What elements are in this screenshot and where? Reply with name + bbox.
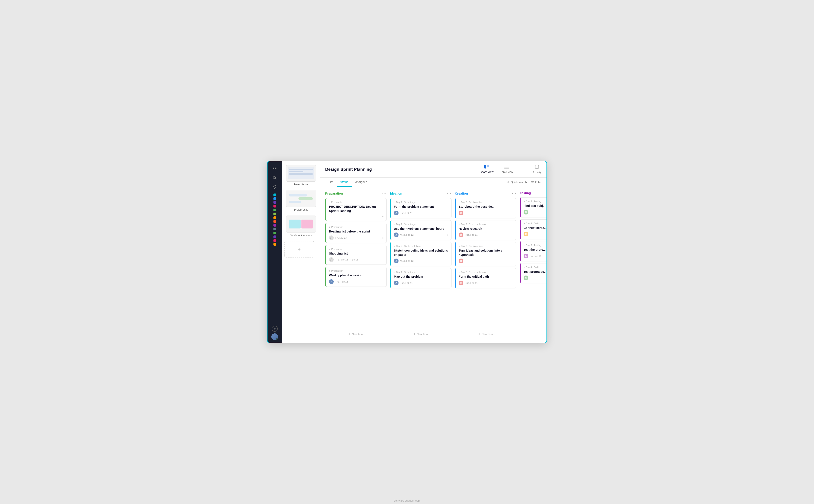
card-title: Find test subj... xyxy=(524,204,546,208)
table-row[interactable]: ≡ Day 5 | Testing Test the proto... user… xyxy=(520,241,546,261)
project-chat-thumb xyxy=(286,190,316,207)
svg-line-5 xyxy=(275,178,276,180)
quick-search-label: Quick search xyxy=(511,181,527,184)
table-row[interactable]: ≡ Day 1 | Set a target Form the problem … xyxy=(390,198,452,218)
card-footer: Fri, Mar 13 ≡ xyxy=(329,235,383,240)
tab-status[interactable]: Status xyxy=(337,178,352,187)
main-content: Design Sprint Planning ··· Board view xyxy=(320,161,546,343)
table-view-button[interactable]: Table view xyxy=(500,165,513,174)
activity-label: Activity xyxy=(533,171,541,174)
cards-creation: ≡ Day 3 | Decision time Storyboard the b… xyxy=(455,198,516,329)
card-footer: A Wed, Feb 12 xyxy=(394,259,448,263)
new-task-label: New task xyxy=(352,333,363,336)
add-icon[interactable]: + xyxy=(272,326,278,332)
table-row[interactable]: ≡ Day 4 | Build Test prototype... C xyxy=(520,263,546,283)
card-tag: ≡ Day 2 | Sketch solutions xyxy=(459,271,513,273)
card-tag: ≡ Preparation xyxy=(329,201,383,203)
filter-button[interactable]: Filter xyxy=(531,181,541,184)
column-menu-ideation[interactable]: ··· xyxy=(447,191,452,196)
card-tag: ≡ Preparation xyxy=(329,226,383,228)
board-area: Preparation ··· ≡ Preparation PROJECT DE… xyxy=(320,187,546,343)
table-row[interactable]: ≡ Preparation Weekly plan discussion A T… xyxy=(325,267,387,287)
avatar: A xyxy=(394,259,399,263)
card-tag: ≡ Day 4 | Build xyxy=(524,222,546,225)
card-date: Wed, Feb 12 xyxy=(400,234,414,236)
column-menu-creation[interactable]: ··· xyxy=(512,191,516,196)
card-footer: A Thu, Feb 13 xyxy=(329,279,383,284)
svg-rect-14 xyxy=(535,165,539,168)
avatar: C xyxy=(524,210,528,214)
table-row[interactable]: ≡ Preparation Reading list before the sp… xyxy=(325,223,387,243)
card-footer: B xyxy=(459,211,513,215)
column-creation: Creation ··· ≡ Day 3 | Decision time Sto… xyxy=(455,191,516,338)
table-row[interactable]: ≡ Day 1 | Set a target Map out the probl… xyxy=(390,268,452,288)
table-row[interactable]: ≡ Day 3 | Decision time Storyboard the b… xyxy=(455,198,516,218)
table-row[interactable]: ≡ Day 2 | Sketch solutions Review resear… xyxy=(455,220,516,240)
left-panel: Project tasks Project chat Collaboration… xyxy=(282,161,320,343)
card-title: Reading list before the sprint xyxy=(329,230,383,234)
svg-rect-1 xyxy=(273,168,274,169)
collaboration-space-item[interactable]: Collaboration space xyxy=(284,216,317,237)
tab-list[interactable]: List xyxy=(325,178,337,187)
card-title: Storyboard the best idea xyxy=(459,205,513,209)
column-menu-preparation[interactable]: ··· xyxy=(382,191,387,196)
svg-rect-10 xyxy=(504,165,509,165)
activity-button[interactable]: Activity xyxy=(533,165,541,174)
board-view-icon xyxy=(484,165,489,170)
card-title: Review research xyxy=(459,227,513,231)
card-date: Tue, Feb 11 xyxy=(465,234,478,236)
card-menu-icon: ≡ xyxy=(382,236,383,239)
user-avatar[interactable] xyxy=(271,333,278,340)
quick-search-button[interactable]: Quick search xyxy=(506,181,527,184)
table-row[interactable]: ≡ Preparation Shopping list Thu, Mar 12 … xyxy=(325,245,387,265)
subtask-count: ≡ ⤵ 0/11 xyxy=(350,258,358,261)
sidebar: + xyxy=(268,161,282,343)
new-task-button-ideation[interactable]: + New task xyxy=(390,330,452,338)
filter-label: Filter xyxy=(535,181,541,184)
table-row[interactable]: ≡ Day 3 | Decision time Turn ideas and s… xyxy=(455,242,516,266)
title-menu-icon[interactable]: ··· xyxy=(374,167,378,172)
new-task-button-creation[interactable]: + New task xyxy=(455,330,516,338)
project-chat-item[interactable]: Project chat xyxy=(284,190,317,211)
card-tag: ≡ Day 5 | Testing xyxy=(524,244,546,246)
card-footer: E Fri, Feb 14 xyxy=(524,254,546,258)
table-row[interactable]: ≡ Day 2 | Sketch solutions Sketch compet… xyxy=(390,242,452,266)
table-row[interactable]: ≡ Preparation PROJECT DESCRIPTION: Desig… xyxy=(325,198,387,221)
tab-assignee[interactable]: Assignee xyxy=(352,178,371,187)
card-date: Fri, Feb 14 xyxy=(530,255,541,257)
table-row[interactable]: ≡ Day 4 | Build Connect scree... D xyxy=(520,219,546,239)
card-date: Tue, Feb 11 xyxy=(400,282,413,284)
table-row[interactable]: ≡ Day 2 | Sketch solutions Form the crit… xyxy=(455,268,516,288)
plus-icon: + xyxy=(349,332,351,336)
avatar: B xyxy=(459,211,463,215)
card-title: Sketch competing ideas and solutions on … xyxy=(394,249,448,257)
svg-rect-12 xyxy=(504,167,509,167)
avatar: D xyxy=(524,232,528,236)
add-panel-button[interactable]: + xyxy=(284,241,314,258)
tab-actions: Quick search Filter xyxy=(506,181,541,184)
card-tag: ≡ Preparation xyxy=(329,270,383,272)
project-tasks-item[interactable]: Project tasks xyxy=(284,165,317,186)
new-task-button-preparation[interactable]: + New task xyxy=(325,330,387,338)
board-view-label: Board view xyxy=(480,170,493,174)
column-header-creation: Creation ··· xyxy=(455,191,516,196)
search-icon[interactable] xyxy=(271,174,279,182)
card-title: Weekly plan discussion xyxy=(329,273,383,278)
plus-icon: + xyxy=(414,332,415,336)
sidebar-menu-icon[interactable] xyxy=(271,165,279,172)
plus-icon: + xyxy=(478,332,480,336)
project-chat-label: Project chat xyxy=(294,208,308,211)
column-header-testing: Testing xyxy=(520,191,546,195)
board-view-button[interactable]: Board view xyxy=(480,165,493,174)
ideas-icon[interactable] xyxy=(271,183,279,191)
column-preparation: Preparation ··· ≡ Preparation PROJECT DE… xyxy=(325,191,387,338)
table-row[interactable]: ≡ Day 1 | Set a target Use the "Problem … xyxy=(390,220,452,240)
card-footer: D xyxy=(524,232,546,236)
svg-rect-2 xyxy=(275,167,276,167)
column-testing: Testing ≡ Day 5 | Testing Find test subj… xyxy=(520,191,546,338)
column-ideation: Ideation ··· ≡ Day 1 | Set a target Form… xyxy=(390,191,452,338)
table-row[interactable]: ≡ Day 5 | Testing Find test subj... C xyxy=(520,197,546,217)
card-footer: A Tue, Feb 11 xyxy=(394,211,448,215)
card-title: Form the problem statement xyxy=(394,205,448,209)
card-footer: C xyxy=(524,276,546,280)
